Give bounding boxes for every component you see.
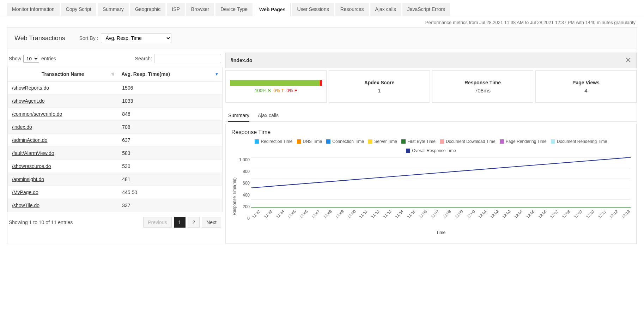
transaction-link[interactable]: /MyPage.do: [12, 189, 38, 195]
table-row[interactable]: /showReports.do1506: [8, 82, 223, 95]
tab-javascript-errors[interactable]: JavaScript Errors: [402, 3, 450, 16]
tab-device-type[interactable]: Device Type: [215, 3, 253, 16]
x-tick: 11:53: [382, 209, 392, 219]
legend-item[interactable]: Server Time: [368, 139, 397, 144]
table-row[interactable]: /MyPage.do445.50: [8, 186, 223, 199]
close-icon[interactable]: ✕: [625, 56, 631, 64]
x-tick: 11:42: [251, 209, 261, 219]
legend-item[interactable]: Overall Response Time: [406, 148, 456, 153]
apdex-label: Apdex Score: [333, 80, 425, 85]
pager-next[interactable]: Next: [202, 217, 221, 228]
transaction-link[interactable]: /common/serverinfo.do: [12, 111, 62, 117]
transaction-link[interactable]: /showresource.do: [12, 163, 51, 169]
avg-resp-cell: 1506: [118, 82, 222, 95]
x-tick: 11:49: [335, 209, 345, 219]
svg-line-0: [251, 157, 631, 188]
legend-item[interactable]: Document Download Time: [440, 139, 496, 144]
x-tick: 12:13: [621, 209, 631, 219]
tab-copy-script[interactable]: Copy Script: [61, 3, 96, 16]
x-tick: 11:44: [275, 209, 285, 219]
legend-item[interactable]: DNS Time: [297, 139, 322, 144]
subtab-summary[interactable]: Summary: [228, 110, 249, 122]
transaction-link[interactable]: /apminsight.do: [12, 176, 44, 182]
legend-item[interactable]: Page Rendering Time: [500, 139, 547, 144]
search-input[interactable]: [154, 54, 221, 63]
legend-swatch-icon: [255, 139, 259, 144]
column-avg-resp-time-label: Avg. Resp. Time(ms): [121, 71, 170, 77]
table-row[interactable]: /adminAction.do637: [8, 134, 223, 147]
transaction-link[interactable]: /showAgent.do: [12, 98, 45, 104]
x-tick: 12:00: [466, 209, 476, 219]
column-avg-resp-time[interactable]: Avg. Resp. Time(ms) ▼: [118, 67, 222, 82]
x-tick: 11:58: [442, 209, 452, 219]
pager-previous[interactable]: Previous: [143, 217, 171, 228]
table-entries-info: Showing 1 to 10 of 11 entries: [9, 219, 73, 225]
x-tick: 12:04: [514, 209, 523, 219]
chart-plot-area: [251, 157, 631, 210]
legend-label: Document Download Time: [446, 139, 496, 144]
legend-item[interactable]: Redirection Time: [255, 139, 292, 144]
transaction-link[interactable]: /fault/AlarmView.do: [12, 150, 54, 156]
table-row[interactable]: /index.do708: [8, 121, 223, 134]
legend-swatch-icon: [440, 139, 444, 144]
table-row[interactable]: /showresource.do530: [8, 160, 223, 173]
transaction-link[interactable]: /index.do: [12, 124, 32, 130]
x-tick: 12:11: [597, 209, 607, 219]
tab-summary[interactable]: Summary: [98, 3, 129, 16]
tab-resources[interactable]: Resources: [335, 3, 369, 16]
legend-item[interactable]: Document Rendering Time: [551, 139, 607, 144]
legend-label: First Byte Time: [407, 139, 436, 144]
tab-ajax-calls[interactable]: Ajax calls: [370, 3, 401, 16]
tab-monitor-information[interactable]: Monitor Information: [7, 3, 60, 16]
legend-item[interactable]: Connection Time: [326, 139, 364, 144]
table-row[interactable]: /fault/AlarmView.do583: [8, 147, 223, 160]
tab-user-sessions[interactable]: User Sessions: [292, 3, 334, 16]
tab-browser[interactable]: Browser: [186, 3, 214, 16]
pager-page-1[interactable]: 1: [174, 217, 186, 228]
x-tick: 11:56: [418, 209, 428, 219]
table-row[interactable]: /showTile.do337: [8, 199, 223, 212]
x-axis-label: Time: [251, 230, 631, 235]
subtab-ajax-calls[interactable]: Ajax calls: [258, 110, 279, 121]
avg-resp-cell: 445.50: [118, 186, 222, 199]
column-transaction-name[interactable]: Transaction Name ⇅: [8, 67, 118, 82]
legend-item[interactable]: First Byte Time: [401, 139, 436, 144]
apdex-value: 1: [333, 88, 425, 94]
table-row[interactable]: /apminsight.do481: [8, 173, 223, 186]
avg-resp-cell: 637: [118, 134, 222, 147]
legend-swatch-icon: [406, 149, 410, 153]
x-tick: 12:07: [549, 209, 559, 219]
y-tick: 1,000: [239, 157, 250, 162]
tab-geographic[interactable]: Geographic: [130, 3, 165, 16]
legend-swatch-icon: [297, 139, 301, 144]
x-tick: 11:57: [430, 209, 440, 219]
x-tick: 11:48: [323, 209, 333, 219]
legend-swatch-icon: [368, 139, 372, 144]
x-tick: 11:45: [287, 209, 297, 219]
x-tick: 12:08: [561, 209, 571, 219]
table-row[interactable]: /common/serverinfo.do846: [8, 108, 223, 121]
tab-web-pages[interactable]: Web Pages: [254, 3, 291, 16]
sort-by-select[interactable]: Avg. Resp. Time: [101, 33, 171, 43]
x-tick: 11:59: [454, 209, 464, 219]
x-tick: 11:43: [263, 209, 273, 219]
x-tick: 12:12: [609, 209, 619, 219]
show-entries-select[interactable]: 10: [23, 55, 39, 63]
transaction-link[interactable]: /adminAction.do: [12, 137, 47, 143]
transaction-link[interactable]: /showReports.do: [12, 85, 49, 91]
health-bar: [230, 80, 322, 86]
transaction-link[interactable]: /showTile.do: [12, 203, 40, 208]
legend-label: DNS Time: [303, 139, 322, 144]
y-tick: 400: [243, 193, 250, 198]
y-tick: 600: [243, 181, 250, 186]
pager-page-2[interactable]: 2: [188, 217, 200, 228]
legend-swatch-icon: [401, 139, 406, 144]
y-axis-label: Response Time(ms): [231, 157, 238, 235]
legend-label: Overall Response Time: [412, 148, 456, 153]
performance-range-text: Performance metrics from Jul 28,2021 11:…: [0, 16, 644, 27]
table-row[interactable]: /showAgent.do1033: [8, 95, 223, 108]
x-tick: 12:02: [490, 209, 499, 219]
x-tick: 11:54: [394, 209, 404, 219]
x-tick: 11:50: [347, 209, 357, 219]
tab-isp[interactable]: ISP: [167, 3, 185, 16]
